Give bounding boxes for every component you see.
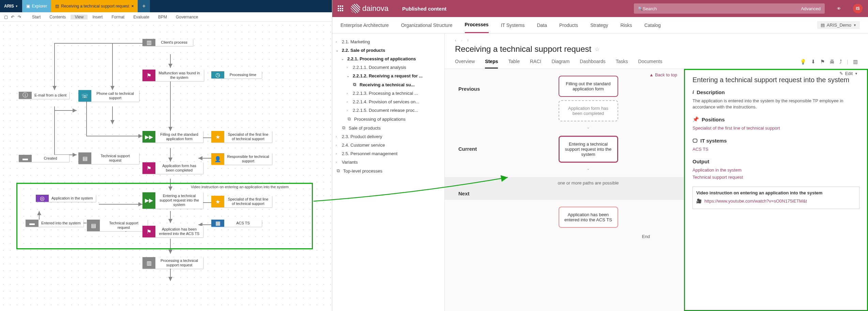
node-fill-form[interactable]: ▶▶Filling out the standard application f… bbox=[142, 131, 203, 143]
tree-label: 2.2.1.4. Provision of services on... bbox=[353, 99, 419, 104]
step-current[interactable]: Entering a technical support request int… bbox=[559, 136, 618, 163]
node-spec-first[interactable]: ★Specialist of the first line of technic… bbox=[211, 131, 272, 143]
menu-view[interactable]: View bbox=[71, 15, 88, 19]
tree-item[interactable]: ›2.2.1.3. Processing a technical ... bbox=[334, 89, 442, 98]
nav-it[interactable]: IT Systems bbox=[501, 18, 525, 33]
menu-format[interactable]: Format bbox=[107, 15, 128, 19]
tree-item[interactable]: ›2.1. Marketing bbox=[334, 38, 442, 46]
save-icon[interactable]: ▢ bbox=[3, 14, 9, 20]
advanced-link[interactable]: Advanced bbox=[801, 6, 821, 11]
node-form-done[interactable]: ⚑Application form has been completed bbox=[142, 162, 203, 174]
brand-logo[interactable]: dainova bbox=[351, 4, 389, 13]
tree-item[interactable]: ⌄2.2.1.2. Receiving a request for ... bbox=[334, 72, 442, 80]
tree-item[interactable]: ›2.2.1.4. Provision of services on... bbox=[334, 98, 442, 106]
tab-overview[interactable]: Overview bbox=[455, 59, 475, 69]
search-box[interactable]: 🔍 Advanced bbox=[634, 3, 825, 14]
menu-contents[interactable]: Contents bbox=[45, 15, 70, 19]
node-client-process[interactable]: ▥Client's process bbox=[142, 39, 193, 46]
diagram-canvas[interactable]: ▥Client's process ⓘE-mail from a client … bbox=[0, 22, 332, 311]
node-malfunction[interactable]: ⚑Malfunction was found in the system bbox=[142, 70, 204, 81]
tree-item[interactable]: ›2.4. Customer service bbox=[334, 141, 442, 149]
download-icon[interactable]: ⬇ bbox=[811, 59, 816, 69]
nav-catalog[interactable]: Catalog bbox=[644, 18, 661, 33]
tab-document[interactable]: ▤Receiving a technical support request× bbox=[51, 0, 138, 12]
node-processing[interactable]: ▥Processing a technical support request bbox=[142, 257, 203, 269]
tree-item-active[interactable]: ⧉Receiving a technical su... bbox=[334, 80, 442, 89]
eye-icon[interactable]: 👁 bbox=[837, 6, 841, 11]
pos-link[interactable]: Specialist of the first line of technica… bbox=[692, 125, 859, 131]
tree-item[interactable]: ⧉Sale of products bbox=[334, 123, 442, 132]
node-created[interactable]: ▬Created bbox=[19, 155, 69, 162]
tree-item[interactable]: ⌄2.2. Sale of products bbox=[334, 46, 442, 55]
tree-item[interactable]: ⧉Processing of applications bbox=[334, 115, 442, 123]
node-resp[interactable]: 👤Responsible for technical support bbox=[211, 153, 272, 165]
tree-item[interactable]: ⌄2.2.1. Processing of applications bbox=[334, 55, 442, 63]
edit-button[interactable]: ✎Edit▼ bbox=[839, 71, 858, 76]
nav-back-icon[interactable]: ‹ bbox=[455, 38, 456, 42]
aris-home[interactable]: ARIS▼ bbox=[0, 0, 22, 12]
video-link[interactable]: 🎥https://www.youtube.com/watch?v=sO0N175… bbox=[696, 198, 856, 204]
tree-item[interactable]: ›2.2.1.5. Document release proc... bbox=[334, 106, 442, 115]
tab-documents[interactable]: Documents bbox=[638, 59, 663, 69]
menu-start[interactable]: Start bbox=[28, 15, 45, 19]
it-link[interactable]: ACS TS bbox=[692, 146, 859, 152]
search-input[interactable] bbox=[643, 6, 797, 11]
avatar[interactable]: IS bbox=[853, 4, 863, 13]
nav-processes[interactable]: Processes bbox=[465, 17, 489, 33]
menu-evaluate[interactable]: Evaluate bbox=[129, 15, 153, 19]
menu-insert[interactable]: Insert bbox=[88, 15, 107, 19]
nav-enterprise[interactable]: Enterprise Architecture bbox=[340, 18, 389, 33]
node-acsts[interactable]: ▦ACS TS bbox=[211, 220, 262, 227]
nav-up-icon[interactable]: ↑ bbox=[467, 38, 469, 42]
panel-icon[interactable]: ▥ bbox=[853, 59, 858, 69]
apps-icon[interactable] bbox=[338, 5, 344, 12]
node-phone[interactable]: ☏Phone call to technical support bbox=[78, 90, 139, 102]
node-spec-first2[interactable]: ★Specialist of the first line of technic… bbox=[211, 196, 272, 207]
nav-risks[interactable]: Risks bbox=[620, 18, 632, 33]
node-entered[interactable]: ▬Entered into the system bbox=[26, 220, 83, 227]
tab-new[interactable]: + bbox=[138, 0, 150, 12]
favorite-icon[interactable]: ☆ bbox=[595, 46, 599, 53]
step-prev-1[interactable]: Filling out the standard application for… bbox=[559, 76, 618, 97]
tree-item[interactable]: ›2.5. Personnel management bbox=[334, 149, 442, 158]
node-tsr2[interactable]: ▤Technical support request bbox=[87, 220, 148, 231]
undo-icon[interactable]: ↶ bbox=[10, 14, 16, 20]
print-icon[interactable]: 🖶 bbox=[829, 59, 835, 69]
tab-steps[interactable]: Steps bbox=[485, 59, 498, 69]
node-email[interactable]: ⓘE-mail from a client bbox=[19, 92, 69, 99]
tree-item[interactable]: ›2.2.1.1. Document analysis bbox=[334, 63, 442, 72]
redo-icon[interactable]: ↷ bbox=[16, 14, 22, 20]
back-to-top[interactable]: ▲Back to top bbox=[649, 72, 677, 77]
tab-raci[interactable]: RACI bbox=[530, 59, 541, 69]
nav-products[interactable]: Products bbox=[559, 18, 578, 33]
node-app-in-sys[interactable]: ◎Application in the system bbox=[36, 195, 96, 202]
node-enter-req[interactable]: ▶▶Entering a technical support request i… bbox=[142, 192, 203, 209]
tab-diagram[interactable]: Diagram bbox=[551, 59, 569, 69]
tab-dashboards[interactable]: Dashboards bbox=[580, 59, 606, 69]
bulb-icon[interactable]: 💡 bbox=[800, 59, 806, 69]
menu-governance[interactable]: Governance bbox=[172, 15, 202, 19]
step-prev-2[interactable]: Application form has been completed bbox=[559, 100, 618, 121]
node-tsr1[interactable]: ▤Technical support request bbox=[78, 152, 139, 164]
tree-item[interactable]: ›Variants bbox=[334, 158, 442, 166]
nav-strategy[interactable]: Strategy bbox=[590, 18, 608, 33]
nav-fwd-icon[interactable]: › bbox=[461, 38, 462, 42]
tab-table[interactable]: Table bbox=[508, 59, 519, 69]
tree-item[interactable]: ›2.3. Product delivery bbox=[334, 132, 442, 141]
tab-explorer[interactable]: ▣Explorer bbox=[22, 0, 51, 12]
close-icon[interactable]: × bbox=[131, 4, 134, 9]
out-link[interactable]: Technical support request bbox=[692, 174, 859, 180]
node-app-entered[interactable]: ⚑Application has been entered into the A… bbox=[142, 226, 203, 237]
step-next-1[interactable]: Application has been entered into the AC… bbox=[559, 207, 618, 228]
tree-item[interactable]: ⧉Top-level processes bbox=[334, 166, 442, 175]
node-proc-time[interactable]: ◷Processing time bbox=[211, 71, 262, 78]
tab-tasks[interactable]: Tasks bbox=[616, 59, 628, 69]
db-selector[interactable]: ▤ARIS_Demo▼ bbox=[817, 21, 860, 29]
nav-data[interactable]: Data bbox=[537, 18, 547, 33]
nav-org[interactable]: Organizational Structure bbox=[401, 18, 453, 33]
menu-bpm[interactable]: BPM bbox=[154, 15, 171, 19]
aris-editor: ARIS▼ ▣Explorer ▤Receiving a technical s… bbox=[0, 0, 332, 311]
flag-icon[interactable]: ⚑ bbox=[820, 59, 825, 69]
share-icon[interactable]: ⤴ bbox=[839, 59, 842, 69]
out-link[interactable]: Application in the system bbox=[692, 167, 859, 173]
